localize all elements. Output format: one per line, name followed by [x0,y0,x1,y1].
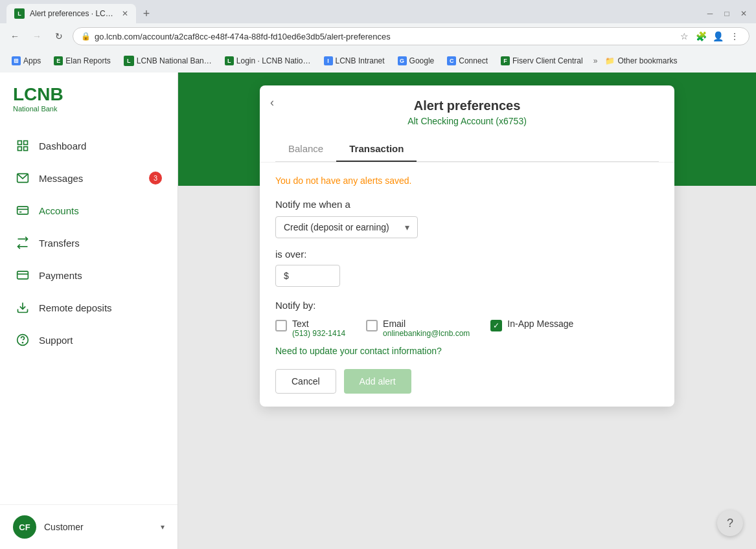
messages-label: Messages [39,173,83,184]
svg-rect-3 [24,147,28,151]
in-app-option: In-App Message [490,319,573,331]
svg-rect-1 [24,141,28,145]
close-window-button[interactable]: ✕ [738,8,750,19]
chevron-down-icon: ▾ [405,222,409,232]
svg-rect-5 [17,207,29,214]
bookmark-lcnb[interactable]: L LCNB National Ban… [119,54,217,68]
lock-icon: 🔒 [81,32,91,41]
tab-close-button[interactable]: ✕ [122,9,128,18]
messages-badge: 3 [149,172,162,185]
update-contact-link[interactable]: Need to update your contact information? [275,346,659,356]
fiserv-favicon: F [501,56,510,65]
login-favicon: L [225,56,234,65]
tab-favicon: L [14,8,25,19]
more-bookmarks[interactable]: » [593,56,598,65]
payments-icon [16,268,30,282]
other-bookmarks[interactable]: 📁 Other bookmarks [605,56,677,65]
customer-name: Customer [44,522,153,532]
sidebar-item-support[interactable]: Support [0,324,178,356]
tab-transaction[interactable]: Transaction [336,137,417,162]
modal-subtitle: Alt Checking Account (x6753) [275,116,659,126]
text-phone: (513) 932-1414 [292,329,345,338]
messages-icon [16,171,30,185]
chevron-down-icon: ▾ [161,522,165,532]
sidebar-item-transfers[interactable]: Transfers [0,227,178,259]
accounts-icon [16,203,30,218]
sidebar-item-messages[interactable]: Messages 3 [0,162,178,194]
transaction-type-dropdown[interactable]: Credit (deposit or earning) ▾ [275,216,418,238]
notify-options: Text (513) 932-1414 Email onlinebanking@… [275,319,659,338]
logo-main: LCNB [13,84,63,105]
modal-header: ‹ Alert preferences Alt Checking Account… [260,85,674,162]
sidebar-nav: Dashboard Messages 3 [0,124,178,504]
main-content: ‹ Alert preferences Alt Checking Account… [178,73,756,549]
cancel-button[interactable]: Cancel [275,369,336,394]
notify-when-label: Notify me when a [275,199,659,210]
new-tab-button[interactable]: + [139,6,154,21]
minimize-button[interactable]: ─ [704,8,716,19]
dollar-sign: $ [284,271,289,281]
modal-overlay: ‹ Alert preferences Alt Checking Account… [178,73,756,549]
dropdown-value: Credit (deposit or earning) [284,222,389,232]
apps-favicon: ⊞ [12,56,21,65]
connect-favicon: C [447,56,456,65]
maximize-button[interactable]: □ [721,8,733,19]
profile-icon[interactable]: 👤 [711,30,724,43]
support-icon [16,333,30,347]
amount-input[interactable] [292,271,330,281]
extensions-icon[interactable]: 🧩 [694,30,707,43]
alert-preferences-modal: ‹ Alert preferences Alt Checking Account… [260,85,674,407]
notify-by-label: Notify by: [275,300,659,311]
google-favicon: G [398,56,407,65]
dashboard-label: Dashboard [39,140,86,151]
email-option: Email onlinebanking@lcnb.com [366,319,470,338]
sidebar: LCNB National Bank Dashboard [0,73,178,549]
email-address: onlinebanking@lcnb.com [383,329,470,338]
tab-balance[interactable]: Balance [275,137,336,162]
bookmark-connect[interactable]: C Connect [442,54,493,67]
bookmark-intranet[interactable]: I LCNB Intranet [319,54,390,67]
intranet-favicon: I [324,56,333,65]
text-checkbox[interactable] [275,320,287,331]
amount-input-wrap: $ [275,265,340,287]
remote-deposits-icon [16,300,30,315]
email-checkbox[interactable] [366,320,378,331]
help-button[interactable]: ? [717,510,743,536]
text-label: Text [292,319,345,329]
url-text: go.lcnb.com/account/a2caf8cc-e48f-474a-8… [95,32,391,41]
add-alert-button[interactable]: Add alert [344,369,411,394]
modal-body: You do not have any alerts saved. Notify… [260,162,674,407]
in-app-label: In-App Message [507,319,573,329]
bookmark-google[interactable]: G Google [393,54,440,67]
remote-deposits-label: Remote deposits [39,302,112,313]
sidebar-item-accounts[interactable]: Accounts [0,194,178,227]
bookmark-fiserv[interactable]: F Fiserv Client Central [496,54,588,67]
in-app-checkbox[interactable] [490,320,502,331]
accounts-label: Accounts [39,205,79,216]
back-button[interactable]: ‹ [270,96,274,109]
bookmark-elan[interactable]: E Elan Reports [49,54,115,67]
reload-button[interactable]: ↻ [51,28,67,45]
action-buttons: Cancel Add alert [275,369,659,394]
bookmark-apps[interactable]: ⊞ Apps [6,54,46,67]
bookmark-login[interactable]: L Login · LCNB Natio… [220,54,316,67]
tab-title: Alert preferences · LCNB Nationa… [30,9,117,18]
browser-tab[interactable]: L Alert preferences · LCNB Nationa… ✕ [6,4,136,23]
avatar: CF [13,515,36,539]
sidebar-footer[interactable]: CF Customer ▾ [0,504,178,549]
transfers-label: Transfers [39,238,80,249]
address-bar[interactable]: 🔒 go.lcnb.com/account/a2caf8cc-e48f-474a… [73,27,750,45]
sidebar-item-remote-deposits[interactable]: Remote deposits [0,291,178,324]
modal-title: Alert preferences [275,98,659,113]
sidebar-item-dashboard[interactable]: Dashboard [0,129,178,162]
svg-rect-8 [17,271,29,279]
no-alerts-message: You do not have any alerts saved. [275,175,659,186]
svg-rect-0 [18,141,22,145]
sidebar-item-payments[interactable]: Payments [0,259,178,291]
transfers-icon [16,236,30,250]
back-button[interactable]: ← [6,28,23,45]
star-icon[interactable]: ☆ [678,30,691,43]
menu-icon[interactable]: ⋮ [728,30,741,43]
text-option: Text (513) 932-1414 [275,319,345,338]
forward-button[interactable]: → [29,28,45,45]
